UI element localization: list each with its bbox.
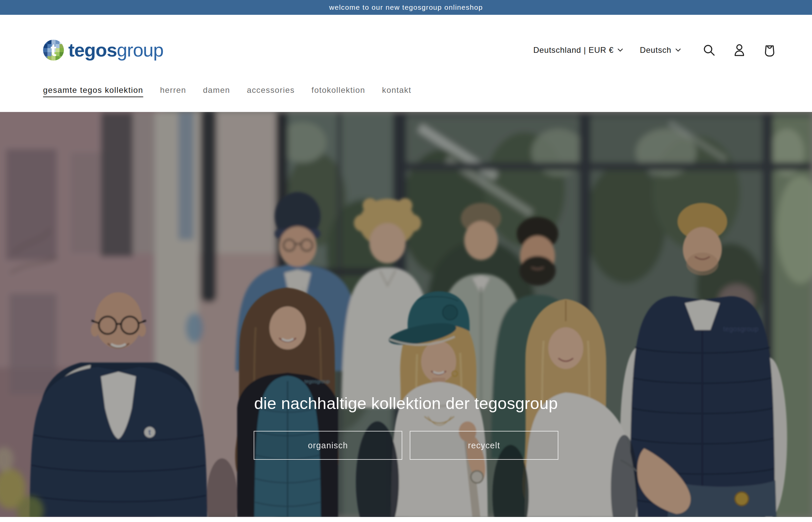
recycelt-button[interactable]: recycelt <box>410 431 559 460</box>
hero-content: die nachhaltige kollektion der tegosgrou… <box>0 394 812 460</box>
chevron-down-icon <box>617 48 623 52</box>
nav-item-kontakt[interactable]: kontakt <box>382 85 411 95</box>
hero-heading: die nachhaltige kollektion der tegosgrou… <box>0 394 812 413</box>
logo-text-bold: tegos <box>68 39 117 61</box>
country-currency-label: Deutschland | EUR € <box>533 45 613 55</box>
chevron-down-icon <box>675 48 681 52</box>
header: t tegosgroup Deutschland | EUR € Deutsch <box>0 15 812 112</box>
language-label: Deutsch <box>640 45 671 55</box>
organisch-button[interactable]: organisch <box>253 431 402 460</box>
search-icon <box>702 43 716 58</box>
logo-text-light: group <box>117 39 163 61</box>
nav-item-gesamte-kollektion[interactable]: gesamte tegos kollektion <box>43 85 143 95</box>
logo-mosaic-icon: t <box>43 40 64 61</box>
logo[interactable]: t tegosgroup <box>43 40 163 61</box>
announcement-bar: welcome to our new tegosgroup onlineshop <box>0 0 812 15</box>
nav-item-accessories[interactable]: accessories <box>247 85 295 95</box>
hero-banner: tegosgroup <box>0 112 812 517</box>
nav-item-herren[interactable]: herren <box>160 85 186 95</box>
account-icon <box>732 43 747 58</box>
cart-icon <box>762 43 777 58</box>
svg-text:t: t <box>50 40 56 60</box>
hero-buttons: organisch recycelt <box>0 431 812 460</box>
cart-button[interactable] <box>762 43 777 58</box>
country-currency-selector[interactable]: Deutschland | EUR € <box>533 45 623 55</box>
announcement-text: welcome to our new tegosgroup onlineshop <box>329 3 483 12</box>
header-controls: Deutschland | EUR € Deutsch <box>533 43 777 58</box>
nav-item-damen[interactable]: damen <box>203 85 230 95</box>
header-top: t tegosgroup Deutschland | EUR € Deutsch <box>43 40 777 61</box>
logo-text: tegosgroup <box>68 41 163 60</box>
language-selector[interactable]: Deutsch <box>640 45 681 55</box>
nav-item-fotokollektion[interactable]: fotokollektion <box>311 85 365 95</box>
account-button[interactable] <box>732 43 747 58</box>
search-button[interactable] <box>702 43 716 58</box>
main-nav: gesamte tegos kollektion herren damen ac… <box>43 85 777 95</box>
